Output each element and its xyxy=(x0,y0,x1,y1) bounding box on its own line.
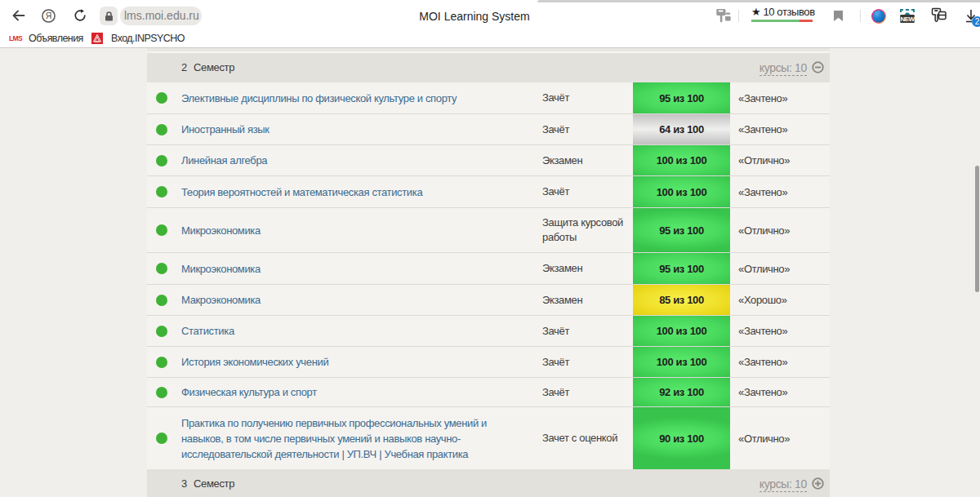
svg-text:NEW: NEW xyxy=(900,16,915,23)
